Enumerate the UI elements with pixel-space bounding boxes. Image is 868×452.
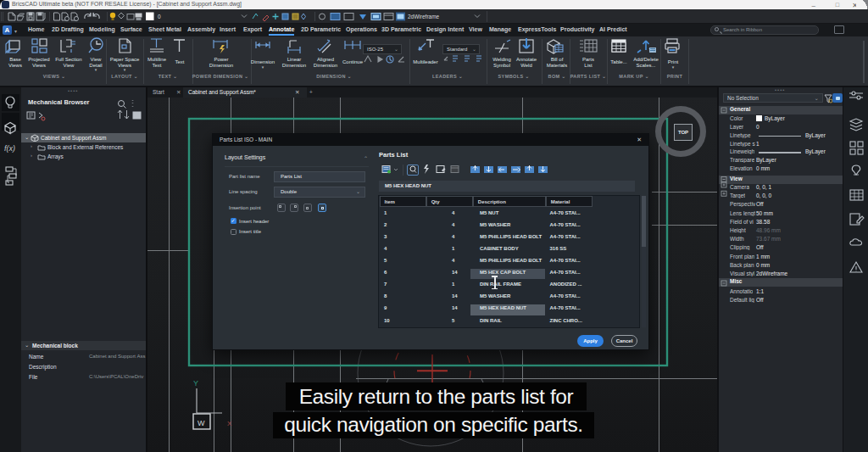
svg-text:Y: Y [193, 379, 198, 388]
svg-text:0: 0 [158, 14, 161, 20]
svg-text:W: W [198, 419, 205, 427]
svg-text:2dWireframe: 2dWireframe [408, 14, 440, 20]
svg-text:X: X [227, 420, 232, 427]
svg-text:f(x): f(x) [4, 144, 15, 153]
